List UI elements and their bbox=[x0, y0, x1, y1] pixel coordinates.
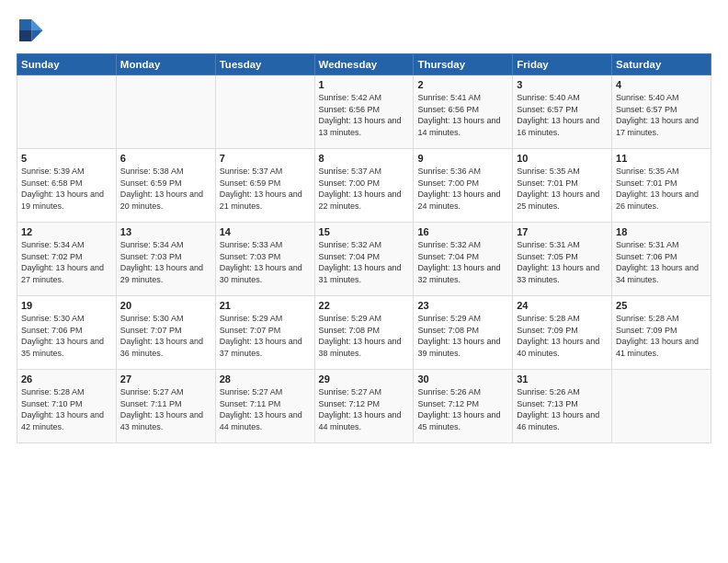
day-number: 31 bbox=[517, 373, 608, 385]
calendar-cell: 9Sunrise: 5:36 AMSunset: 7:00 PMDaylight… bbox=[414, 149, 513, 223]
calendar-cell bbox=[17, 75, 117, 149]
cell-info: Sunrise: 5:33 AMSunset: 7:03 PMDaylight:… bbox=[220, 239, 311, 285]
cell-info: Sunrise: 5:30 AMSunset: 7:07 PMDaylight:… bbox=[120, 313, 211, 359]
svg-marker-0 bbox=[32, 19, 43, 30]
calendar-week-row: 5Sunrise: 5:39 AMSunset: 6:58 PMDaylight… bbox=[17, 149, 711, 223]
calendar-cell: 1Sunrise: 5:42 AMSunset: 6:56 PMDaylight… bbox=[314, 75, 414, 149]
calendar-week-row: 12Sunrise: 5:34 AMSunset: 7:02 PMDayligh… bbox=[17, 223, 711, 296]
day-number: 1 bbox=[319, 79, 410, 90]
header-day: Monday bbox=[116, 54, 215, 75]
day-number: 18 bbox=[616, 226, 707, 237]
calendar-cell: 12Sunrise: 5:34 AMSunset: 7:02 PMDayligh… bbox=[17, 223, 117, 296]
header-day: Friday bbox=[513, 54, 612, 75]
day-number: 24 bbox=[517, 300, 608, 311]
logo-icon bbox=[17, 17, 44, 44]
day-number: 15 bbox=[319, 226, 410, 237]
day-number: 8 bbox=[319, 153, 410, 164]
cell-info: Sunrise: 5:26 AMSunset: 7:13 PMDaylight:… bbox=[517, 386, 608, 432]
cell-info: Sunrise: 5:39 AMSunset: 6:58 PMDaylight:… bbox=[21, 166, 112, 212]
cell-info: Sunrise: 5:28 AMSunset: 7:09 PMDaylight:… bbox=[517, 313, 608, 359]
calendar-week-row: 1Sunrise: 5:42 AMSunset: 6:56 PMDaylight… bbox=[17, 75, 711, 149]
calendar-cell bbox=[116, 75, 215, 149]
cell-info: Sunrise: 5:36 AMSunset: 7:00 PMDaylight:… bbox=[417, 166, 508, 212]
cell-info: Sunrise: 5:28 AMSunset: 7:10 PMDaylight:… bbox=[21, 386, 112, 432]
calendar-cell: 29Sunrise: 5:27 AMSunset: 7:12 PMDayligh… bbox=[314, 370, 414, 443]
calendar-cell: 15Sunrise: 5:32 AMSunset: 7:04 PMDayligh… bbox=[314, 223, 414, 296]
cell-info: Sunrise: 5:27 AMSunset: 7:11 PMDaylight:… bbox=[220, 386, 311, 432]
svg-marker-1 bbox=[32, 30, 43, 41]
cell-info: Sunrise: 5:32 AMSunset: 7:04 PMDaylight:… bbox=[417, 239, 508, 285]
calendar-cell: 10Sunrise: 5:35 AMSunset: 7:01 PMDayligh… bbox=[513, 149, 612, 223]
cell-info: Sunrise: 5:29 AMSunset: 7:08 PMDaylight:… bbox=[417, 313, 508, 359]
calendar-week-row: 26Sunrise: 5:28 AMSunset: 7:10 PMDayligh… bbox=[17, 370, 711, 443]
calendar-cell: 14Sunrise: 5:33 AMSunset: 7:03 PMDayligh… bbox=[215, 223, 314, 296]
day-number: 6 bbox=[120, 153, 211, 164]
day-number: 5 bbox=[21, 153, 112, 164]
cell-info: Sunrise: 5:27 AMSunset: 7:11 PMDaylight:… bbox=[120, 386, 211, 432]
calendar-cell: 24Sunrise: 5:28 AMSunset: 7:09 PMDayligh… bbox=[513, 296, 612, 370]
calendar-cell: 22Sunrise: 5:29 AMSunset: 7:08 PMDayligh… bbox=[314, 296, 414, 370]
day-number: 26 bbox=[21, 373, 112, 385]
cell-info: Sunrise: 5:27 AMSunset: 7:12 PMDaylight:… bbox=[319, 386, 410, 432]
calendar-cell: 17Sunrise: 5:31 AMSunset: 7:05 PMDayligh… bbox=[513, 223, 612, 296]
calendar-cell: 28Sunrise: 5:27 AMSunset: 7:11 PMDayligh… bbox=[215, 370, 314, 443]
calendar-cell: 11Sunrise: 5:35 AMSunset: 7:01 PMDayligh… bbox=[612, 149, 711, 223]
cell-info: Sunrise: 5:34 AMSunset: 7:03 PMDaylight:… bbox=[120, 239, 211, 285]
calendar-cell: 23Sunrise: 5:29 AMSunset: 7:08 PMDayligh… bbox=[414, 296, 513, 370]
cell-info: Sunrise: 5:37 AMSunset: 6:59 PMDaylight:… bbox=[220, 166, 311, 212]
calendar-cell: 3Sunrise: 5:40 AMSunset: 6:57 PMDaylight… bbox=[513, 75, 612, 149]
svg-marker-3 bbox=[19, 30, 32, 41]
day-number: 10 bbox=[517, 153, 608, 164]
calendar-cell: 21Sunrise: 5:29 AMSunset: 7:07 PMDayligh… bbox=[215, 296, 314, 370]
calendar-cell: 8Sunrise: 5:37 AMSunset: 7:00 PMDaylight… bbox=[314, 149, 414, 223]
calendar-cell: 19Sunrise: 5:30 AMSunset: 7:06 PMDayligh… bbox=[17, 296, 117, 370]
cell-info: Sunrise: 5:35 AMSunset: 7:01 PMDaylight:… bbox=[517, 166, 608, 212]
day-number: 16 bbox=[417, 226, 508, 237]
cell-info: Sunrise: 5:35 AMSunset: 7:01 PMDaylight:… bbox=[616, 166, 707, 212]
cell-info: Sunrise: 5:37 AMSunset: 7:00 PMDaylight:… bbox=[319, 166, 410, 212]
header-day: Sunday bbox=[17, 54, 117, 75]
header-day: Saturday bbox=[612, 54, 711, 75]
day-number: 12 bbox=[21, 226, 112, 237]
logo bbox=[17, 17, 48, 44]
calendar-cell: 2Sunrise: 5:41 AMSunset: 6:56 PMDaylight… bbox=[414, 75, 513, 149]
calendar-cell: 27Sunrise: 5:27 AMSunset: 7:11 PMDayligh… bbox=[116, 370, 215, 443]
day-number: 20 bbox=[120, 300, 211, 311]
day-number: 3 bbox=[517, 79, 608, 90]
calendar-cell: 16Sunrise: 5:32 AMSunset: 7:04 PMDayligh… bbox=[414, 223, 513, 296]
calendar-cell: 4Sunrise: 5:40 AMSunset: 6:57 PMDaylight… bbox=[612, 75, 711, 149]
calendar-cell bbox=[612, 370, 711, 443]
calendar-cell: 6Sunrise: 5:38 AMSunset: 6:59 PMDaylight… bbox=[116, 149, 215, 223]
calendar-cell: 13Sunrise: 5:34 AMSunset: 7:03 PMDayligh… bbox=[116, 223, 215, 296]
day-number: 17 bbox=[517, 226, 608, 237]
page: SundayMondayTuesdayWednesdayThursdayFrid… bbox=[0, 0, 728, 563]
day-number: 9 bbox=[417, 153, 508, 164]
day-number: 30 bbox=[417, 373, 508, 385]
calendar-table: SundayMondayTuesdayWednesdayThursdayFrid… bbox=[17, 53, 711, 443]
calendar-week-row: 19Sunrise: 5:30 AMSunset: 7:06 PMDayligh… bbox=[17, 296, 711, 370]
day-number: 27 bbox=[120, 373, 211, 385]
cell-info: Sunrise: 5:31 AMSunset: 7:05 PMDaylight:… bbox=[517, 239, 608, 285]
header bbox=[17, 17, 711, 44]
cell-info: Sunrise: 5:40 AMSunset: 6:57 PMDaylight:… bbox=[517, 92, 608, 138]
calendar-cell: 18Sunrise: 5:31 AMSunset: 7:06 PMDayligh… bbox=[612, 223, 711, 296]
day-number: 19 bbox=[21, 300, 112, 311]
calendar-cell: 26Sunrise: 5:28 AMSunset: 7:10 PMDayligh… bbox=[17, 370, 117, 443]
header-day: Thursday bbox=[414, 54, 513, 75]
day-number: 2 bbox=[417, 79, 508, 90]
svg-marker-2 bbox=[19, 19, 32, 30]
day-number: 21 bbox=[220, 300, 311, 311]
cell-info: Sunrise: 5:34 AMSunset: 7:02 PMDaylight:… bbox=[21, 239, 112, 285]
cell-info: Sunrise: 5:29 AMSunset: 7:08 PMDaylight:… bbox=[319, 313, 410, 359]
day-number: 23 bbox=[417, 300, 508, 311]
calendar-cell: 20Sunrise: 5:30 AMSunset: 7:07 PMDayligh… bbox=[116, 296, 215, 370]
calendar-cell: 31Sunrise: 5:26 AMSunset: 7:13 PMDayligh… bbox=[513, 370, 612, 443]
day-number: 25 bbox=[616, 300, 707, 311]
day-number: 13 bbox=[120, 226, 211, 237]
header-row: SundayMondayTuesdayWednesdayThursdayFrid… bbox=[17, 54, 711, 75]
cell-info: Sunrise: 5:30 AMSunset: 7:06 PMDaylight:… bbox=[21, 313, 112, 359]
day-number: 22 bbox=[319, 300, 410, 311]
cell-info: Sunrise: 5:32 AMSunset: 7:04 PMDaylight:… bbox=[319, 239, 410, 285]
cell-info: Sunrise: 5:29 AMSunset: 7:07 PMDaylight:… bbox=[220, 313, 311, 359]
cell-info: Sunrise: 5:40 AMSunset: 6:57 PMDaylight:… bbox=[616, 92, 707, 138]
